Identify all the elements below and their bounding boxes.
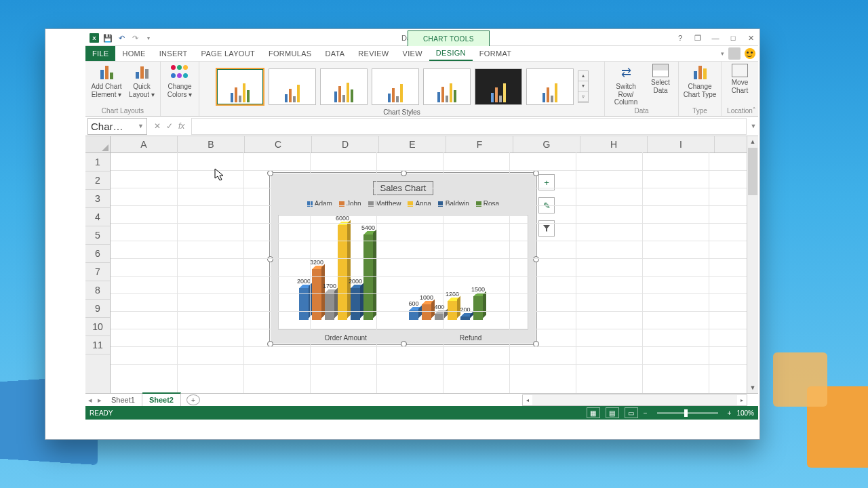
chart-plot-area[interactable]: 2000320017006000200054006001000400120020… <box>278 215 528 330</box>
column-header[interactable]: I <box>648 136 715 152</box>
save-icon[interactable]: 💾 <box>103 33 113 43</box>
column-header[interactable]: D <box>312 136 379 152</box>
title-bar: X 💾 ↶ ↷ ▾ Data - Excel CHART TOOLS ? ❐ —… <box>85 30 758 46</box>
chart-bar[interactable]: 1700 <box>325 293 334 320</box>
chart-bar[interactable]: 1000 <box>422 304 431 320</box>
chart-bar[interactable]: 1200 <box>448 301 457 320</box>
view-page-layout-icon[interactable]: ▤ <box>606 407 619 418</box>
enter-formula-icon[interactable]: ✓ <box>166 121 173 131</box>
cells-area[interactable]: Sales Chart AdamJohnMatthewAnnaBaldwinRo… <box>111 152 747 393</box>
legend-item[interactable]: Rosa <box>476 200 499 207</box>
legend-item[interactable]: Matthew <box>368 200 401 207</box>
chart-bar[interactable]: 5400 <box>363 235 373 320</box>
tab-design[interactable]: DESIGN <box>429 46 473 61</box>
chart-bar[interactable]: 6000 <box>338 225 347 320</box>
formula-bar-expand-icon[interactable]: ▼ <box>749 123 758 129</box>
row-header[interactable]: 4 <box>85 208 110 226</box>
chart-bar[interactable]: 600 <box>409 310 418 320</box>
tab-formulas[interactable]: FORMULAS <box>262 46 319 61</box>
chart-style-6[interactable] <box>475 68 522 105</box>
row-header[interactable]: 5 <box>85 226 110 245</box>
chart-bar[interactable]: 1500 <box>473 296 483 320</box>
qat-customize-icon[interactable]: ▾ <box>144 33 153 43</box>
zoom-level[interactable]: 100% <box>736 409 754 417</box>
row-header[interactable]: 9 <box>85 300 110 318</box>
chart-style-3[interactable] <box>320 68 368 105</box>
ribbon-display-icon[interactable]: ❐ <box>692 34 704 43</box>
column-header[interactable]: E <box>379 136 446 152</box>
select-all-corner[interactable] <box>85 136 110 153</box>
sheet-nav-next-icon[interactable]: ▸ <box>95 396 104 405</box>
change-colors-button[interactable]: Change Colors ▾ <box>165 64 195 106</box>
name-box-dropdown-icon[interactable]: ▼ <box>138 123 144 129</box>
add-chart-element-button[interactable]: Add Chart Element ▾ <box>90 64 123 106</box>
tab-view[interactable]: VIEW <box>396 46 429 61</box>
fx-icon[interactable]: fx <box>178 121 184 131</box>
tab-review[interactable]: REVIEW <box>351 46 395 61</box>
chart-style-4[interactable] <box>372 68 419 105</box>
chart-styles-scroll[interactable]: ▴▾▿ <box>578 70 589 103</box>
help-icon[interactable]: ? <box>674 34 686 42</box>
switch-row-column-button[interactable]: ⇄ Switch Row/ Column <box>609 64 643 106</box>
row-header[interactable]: 8 <box>85 281 110 300</box>
chart-bar[interactable]: 200 <box>460 317 470 320</box>
row-header[interactable]: 2 <box>85 171 110 190</box>
zoom-out-button[interactable]: − <box>644 409 648 417</box>
account-icon[interactable] <box>728 47 741 60</box>
undo-icon[interactable]: ↶ <box>117 33 126 43</box>
view-page-break-icon[interactable]: ▭ <box>625 407 638 418</box>
select-data-button[interactable]: Select Data <box>647 64 674 106</box>
tab-data[interactable]: DATA <box>318 46 351 61</box>
row-header[interactable]: 10 <box>85 318 110 336</box>
collapse-ribbon-icon[interactable]: ˆ <box>753 106 755 115</box>
row-header[interactable]: 6 <box>85 245 110 263</box>
zoom-in-button[interactable]: + <box>728 409 732 417</box>
view-normal-icon[interactable]: ▦ <box>587 407 600 418</box>
quick-layout-button[interactable]: Quick Layout ▾ <box>127 64 156 106</box>
chart-style-7[interactable] <box>526 68 574 105</box>
group-label-location: Location <box>727 106 753 116</box>
chart-bar[interactable]: 3200 <box>312 269 321 320</box>
chart-style-2[interactable] <box>269 68 316 105</box>
new-sheet-button[interactable]: + <box>186 394 200 405</box>
name-box[interactable]: Char… ▼ <box>87 118 147 135</box>
column-header[interactable]: C <box>245 136 312 152</box>
close-icon[interactable]: ✕ <box>745 34 757 43</box>
column-header[interactable]: A <box>111 136 178 152</box>
feedback-smiley-icon[interactable] <box>745 48 755 59</box>
vertical-scrollbar[interactable]: ▲▼ <box>747 136 758 393</box>
tab-format[interactable]: FORMAT <box>473 46 518 61</box>
legend-item[interactable]: John <box>339 200 361 207</box>
formula-input[interactable] <box>191 118 747 135</box>
legend-item[interactable]: Adam <box>307 200 332 207</box>
column-headers: ABCDEFGHI <box>111 136 747 153</box>
tab-insert[interactable]: INSERT <box>153 46 195 61</box>
minimize-icon[interactable]: — <box>709 34 722 42</box>
tab-home[interactable]: HOME <box>115 46 152 61</box>
horizontal-scrollbar[interactable]: ◂▸ <box>522 394 747 406</box>
column-header[interactable]: G <box>513 136 580 152</box>
column-header[interactable]: H <box>580 136 648 152</box>
sheet-tab-sheet1[interactable]: Sheet1 <box>104 394 142 406</box>
cancel-formula-icon[interactable]: ✕ <box>154 121 161 131</box>
move-chart-button[interactable]: Move Chart <box>726 64 754 106</box>
redo-icon[interactable]: ↷ <box>130 33 140 43</box>
tab-page-layout[interactable]: PAGE LAYOUT <box>195 46 262 61</box>
row-header[interactable]: 11 <box>85 336 110 354</box>
group-chart-styles: ▴▾▿ Chart Styles <box>199 62 605 116</box>
column-header[interactable]: F <box>446 136 513 152</box>
row-header[interactable]: 7 <box>85 263 110 281</box>
column-header[interactable]: B <box>178 136 245 152</box>
row-header[interactable]: 1 <box>85 153 110 171</box>
ribbon-options-icon[interactable]: ▾ <box>721 50 724 57</box>
change-chart-type-button[interactable]: Change Chart Type <box>683 64 717 106</box>
row-header[interactable]: 3 <box>85 190 110 208</box>
tab-file[interactable]: FILE <box>85 46 115 61</box>
sheet-nav-prev-icon[interactable]: ◂ <box>85 396 95 405</box>
chart-style-1[interactable] <box>216 68 264 106</box>
sheet-tab-sheet2[interactable]: Sheet2 <box>142 392 181 406</box>
maximize-icon[interactable]: □ <box>727 34 739 42</box>
zoom-slider[interactable] <box>657 412 718 414</box>
legend-item[interactable]: Anna <box>408 200 431 207</box>
chart-style-5[interactable] <box>423 68 471 105</box>
